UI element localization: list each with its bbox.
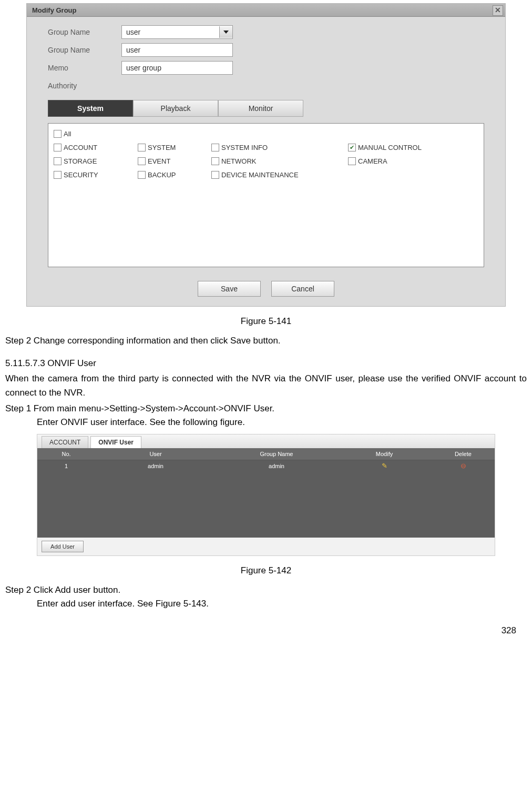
section-heading: 5.11.5.7.3 ONVIF User bbox=[0, 358, 532, 369]
page-number: 328 bbox=[502, 625, 516, 636]
auth-all[interactable]: All bbox=[54, 127, 478, 140]
hdr-user: User bbox=[95, 451, 216, 457]
tab-account[interactable]: ACCOUNT bbox=[42, 436, 88, 448]
onvif-paragraph: When the camera from the third party is … bbox=[0, 372, 532, 400]
step2-text: Step 2 Change corresponding information … bbox=[0, 334, 532, 348]
chevron-down-icon[interactable] bbox=[219, 26, 232, 38]
step1-sub: Enter ONVIF user interface. See the foll… bbox=[0, 416, 532, 429]
dialog-titlebar: Modify Group ✕ bbox=[27, 4, 505, 17]
hdr-delete: Delete bbox=[432, 451, 495, 457]
memo-label: Memo bbox=[48, 64, 121, 72]
row-no: 1 bbox=[37, 463, 95, 469]
group-name-combo-input[interactable] bbox=[122, 26, 219, 38]
figure-caption-142: Figure 5-142 bbox=[0, 565, 532, 576]
auth-security[interactable]: SECURITY bbox=[54, 168, 138, 181]
auth-manual-control[interactable]: MANUAL CONTROL bbox=[348, 140, 453, 154]
auth-device-maintenance[interactable]: DEVICE MAINTENANCE bbox=[211, 168, 348, 181]
table-row: 1 admin admin ✎ ⊖ bbox=[37, 460, 495, 472]
delete-icon[interactable]: ⊖ bbox=[461, 462, 466, 470]
auth-storage[interactable]: STORAGE bbox=[54, 154, 138, 168]
step2c-text: Enter add user interface. See Figure 5-1… bbox=[0, 597, 532, 611]
auth-event[interactable]: EVENT bbox=[138, 154, 211, 168]
group-name-combo[interactable] bbox=[121, 25, 233, 39]
auth-network[interactable]: NETWORK bbox=[211, 154, 348, 168]
auth-system[interactable]: SYSTEM bbox=[138, 140, 211, 154]
hdr-modify: Modify bbox=[337, 451, 432, 457]
auth-account[interactable]: ACCOUNT bbox=[54, 140, 138, 154]
group-name-input[interactable] bbox=[121, 43, 233, 57]
tab-playback[interactable]: Playback bbox=[133, 100, 218, 117]
tab-onvif-user[interactable]: ONVIF User bbox=[90, 436, 141, 448]
tab-monitor[interactable]: Monitor bbox=[218, 100, 303, 117]
authority-label: Authority bbox=[48, 82, 121, 90]
tab-system[interactable]: System bbox=[48, 100, 133, 117]
pencil-icon[interactable]: ✎ bbox=[382, 462, 387, 470]
auth-camera[interactable]: CAMERA bbox=[348, 154, 453, 168]
hdr-no: No. bbox=[37, 451, 95, 457]
add-user-button[interactable]: Add User bbox=[42, 541, 84, 552]
auth-system-info[interactable]: SYSTEM INFO bbox=[211, 140, 348, 154]
memo-input[interactable] bbox=[121, 61, 233, 75]
step2b-text: Step 2 Click Add user button. bbox=[0, 583, 532, 597]
group-name-label-2: Group Name bbox=[48, 46, 121, 54]
row-group: admin bbox=[216, 463, 337, 469]
figure-caption-141: Figure 5-141 bbox=[0, 316, 532, 327]
save-button[interactable]: Save bbox=[198, 281, 261, 297]
close-icon[interactable]: ✕ bbox=[493, 5, 503, 16]
modify-group-dialog: Modify Group ✕ Group Name Group Name Mem… bbox=[26, 3, 506, 307]
step1-text: Step 1 From main menu->Setting->System->… bbox=[0, 402, 532, 416]
authority-panel: All ACCOUNT STORAGE SECURITY SYSTEM EVEN… bbox=[48, 123, 484, 267]
row-user: admin bbox=[95, 463, 216, 469]
auth-backup[interactable]: BACKUP bbox=[138, 168, 211, 181]
hdr-group: Group Name bbox=[216, 451, 337, 457]
group-name-label-1: Group Name bbox=[48, 28, 121, 36]
onvif-table-header: No. User Group Name Modify Delete bbox=[37, 448, 495, 460]
onvif-user-interface: ACCOUNT ONVIF User No. User Group Name M… bbox=[37, 434, 495, 556]
dialog-title: Modify Group bbox=[32, 6, 77, 14]
cancel-button[interactable]: Cancel bbox=[271, 281, 334, 297]
